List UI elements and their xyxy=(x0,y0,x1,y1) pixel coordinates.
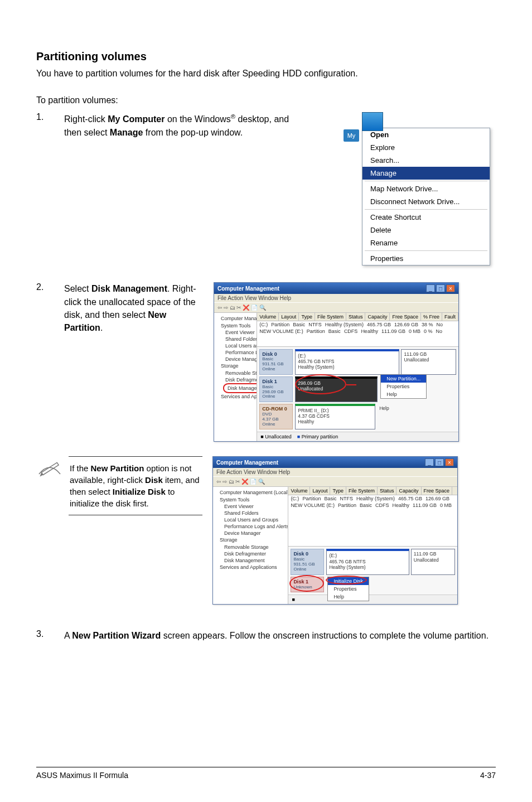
r2-fs: CDFS xyxy=(344,328,361,334)
r1-cap: 465.75 GB xyxy=(367,322,394,327)
d1p1-stat: Unallocated xyxy=(298,386,375,392)
col-status[interactable]: Status xyxy=(346,313,366,321)
ctx-delete[interactable]: Delete xyxy=(362,224,490,236)
win1-min-button[interactable]: _ xyxy=(426,284,435,292)
step1-text: Right-click My Computer on the Windows® … xyxy=(64,112,304,139)
tree-root[interactable]: Computer Management (Local) xyxy=(216,315,254,322)
tree-services[interactable]: Services and Applications xyxy=(216,393,254,400)
w2-tree-services[interactable]: Services and Applications xyxy=(215,564,286,571)
w2-disk0-label[interactable]: Disk 0 Basic 931.51 GB Online xyxy=(291,549,324,574)
note-bold-newpartition: New Partition xyxy=(91,463,144,473)
win2-close-button[interactable]: × xyxy=(445,458,454,466)
win1-row1[interactable]: (C:) Partition Basic NTFS Healthy (Syste… xyxy=(257,321,458,328)
win1-menubar[interactable]: File Action View Window Help xyxy=(214,294,458,302)
col-type[interactable]: Type xyxy=(299,313,315,321)
tree-systools[interactable]: System Tools xyxy=(216,322,254,329)
win2-row2[interactable]: NEW VOLUME (E:) Partition Basic CDFS Hea… xyxy=(288,502,457,509)
disk0-part2[interactable]: 111.09 GB Unallocated xyxy=(401,349,456,375)
w2-tree-perflogs[interactable]: Performance Logs and Alerts xyxy=(215,523,286,530)
w2-tree-defrag[interactable]: Disk Defragmenter xyxy=(215,550,286,557)
win1-close-button[interactable]: × xyxy=(446,284,455,292)
w2r1-cap: 465.75 GB xyxy=(398,496,425,501)
tree-devicemgr[interactable]: Device Manager xyxy=(216,356,254,363)
col-pctfree[interactable]: % Free xyxy=(421,313,442,321)
tree-diskmgmt-selected[interactable]: Disk Management xyxy=(223,383,257,393)
w2-disk0-part2[interactable]: 111.09 GB Unallocated xyxy=(411,549,455,574)
win2-max-button[interactable]: □ xyxy=(435,458,444,466)
r2-layout: Partition xyxy=(307,328,328,334)
cdp-title: PRIME II_ (D:) xyxy=(298,408,373,413)
col-fault[interactable]: Fault xyxy=(442,313,458,321)
ctx-init-properties[interactable]: Properties xyxy=(328,585,369,593)
col-filesystem[interactable]: File System xyxy=(315,313,346,321)
ctx-manage-selected[interactable]: Manage xyxy=(362,167,490,180)
w2-tree-sharedfolders[interactable]: Shared Folders xyxy=(215,510,286,516)
ctx-rename[interactable]: Rename xyxy=(362,236,490,249)
disk1-unallocated[interactable]: 298.09 GB Unallocated xyxy=(295,376,378,402)
ctx-init-help[interactable]: Help xyxy=(328,593,369,601)
win1-max-button[interactable]: □ xyxy=(436,284,445,292)
win2-menubar[interactable]: File Action View Window Help xyxy=(213,468,457,476)
step1-bold-mycomputer: My Computer xyxy=(108,115,165,124)
w2-tree-storage[interactable]: Storage xyxy=(215,537,286,543)
step2-number: 2. xyxy=(36,282,64,292)
tree-storage[interactable]: Storage xyxy=(216,363,254,369)
ctx-disconnect-drive[interactable]: Disconnect Network Drive... xyxy=(362,195,490,208)
win2-row1[interactable]: (C:) Partition Basic NTFS Healthy (Syste… xyxy=(288,495,457,502)
w2r2-vol: NEW VOLUME (E:) xyxy=(291,503,338,508)
col-freespace[interactable]: Free Space xyxy=(390,313,421,321)
w2-col-freespace[interactable]: Free Space xyxy=(422,487,453,495)
context-menu: Open Explore Search... Manage Map Networ… xyxy=(362,128,490,265)
w2-disk0-part1[interactable]: (E:) 465.76 GB NTFS Healthy (System) xyxy=(326,549,409,574)
col-layout[interactable]: Layout xyxy=(279,313,299,321)
step1-a: Right-click xyxy=(64,115,108,124)
w2-col-volume[interactable]: Volume xyxy=(288,487,310,495)
w2-col-type[interactable]: Type xyxy=(330,487,346,495)
ctx-initialize-disk[interactable]: Initialize Disk xyxy=(328,577,369,585)
win1-row2[interactable]: NEW VOLUME (E:) Partition Basic CDFS Hea… xyxy=(257,328,458,335)
w2-tree-removable[interactable]: Removable Storage xyxy=(215,544,286,550)
w2-col-capacity[interactable]: Capacity xyxy=(396,487,421,495)
ctx-search[interactable]: Search... xyxy=(362,154,490,167)
w2-tree-devicemgr[interactable]: Device Manager xyxy=(215,530,286,537)
win2-toolbar[interactable]: ⇦ ⇨ 🗂 ✂ ❌ 📄 🔍 xyxy=(213,476,457,487)
win1-toolbar[interactable]: ⇦ ⇨ 🗂 ✂ ❌ 📄 🔍 xyxy=(214,302,458,313)
win1-controls: _ □ × xyxy=(426,284,455,292)
w2-tree-root[interactable]: Computer Management (Local) xyxy=(215,489,286,496)
step3-bold-wizard: New Partition Wizard xyxy=(72,631,161,640)
w2-col-fs[interactable]: File System xyxy=(346,487,378,495)
ctx-d1-properties[interactable]: Properties xyxy=(381,383,426,390)
w2-tree-systools[interactable]: System Tools xyxy=(215,496,286,503)
ctx-map-drive[interactable]: Map Network Drive... xyxy=(362,182,490,195)
ctx-properties[interactable]: Properties xyxy=(362,252,490,265)
w2-col-status[interactable]: Status xyxy=(378,487,397,495)
w2r1-layout: Partition xyxy=(302,496,324,501)
ctx-d1-help[interactable]: Help xyxy=(381,390,426,398)
w2-disk1-sub1: Unknown xyxy=(293,585,321,590)
tree-perflogs[interactable]: Performance Logs and Alerts xyxy=(216,349,254,356)
disk1-label[interactable]: Disk 1 Basic 298.09 GB Online xyxy=(259,376,293,402)
w2-tree-localusers[interactable]: Local Users and Groups xyxy=(215,516,286,523)
w2-col-layout[interactable]: Layout xyxy=(310,487,330,495)
col-capacity[interactable]: Capacity xyxy=(365,313,390,321)
ctx-explore[interactable]: Explore xyxy=(362,141,490,154)
tree-eventviewer[interactable]: Event Viewer xyxy=(216,329,254,336)
subhead: To partition volumes: xyxy=(36,95,496,105)
w2-tree-eventviewer[interactable]: Event Viewer xyxy=(215,503,286,510)
col-volume[interactable]: Volume xyxy=(257,313,279,321)
win2-min-button[interactable]: _ xyxy=(425,458,434,466)
disk0-part1[interactable]: (E:) 465.76 GB NTFS Healthy (System) xyxy=(295,349,399,375)
r2-fault: No xyxy=(436,328,446,334)
tree-defrag[interactable]: Disk Defragmenter xyxy=(216,376,254,383)
w2-tree-diskmgmt[interactable]: Disk Management xyxy=(215,557,286,564)
ctx-new-partition[interactable]: New Partition... xyxy=(381,375,426,383)
cd-part[interactable]: PRIME II_ (D:) 4.37 GB CDFS Healthy xyxy=(295,404,375,429)
disk0-label[interactable]: Disk 0 Basic 931.51 GB Online xyxy=(259,349,293,375)
tree-sharedfolders[interactable]: Shared Folders xyxy=(216,336,254,342)
tree-removable[interactable]: Removable Storage xyxy=(216,370,254,376)
ctx-create-shortcut[interactable]: Create Shortcut xyxy=(362,211,490,224)
cdrom-label[interactable]: CD-ROM 0 DVD 4.37 GB Online xyxy=(259,404,293,429)
tree-localusers[interactable]: Local Users and Groups xyxy=(216,342,254,349)
w2-disk1-label[interactable]: Disk 1 Unknown xyxy=(291,577,324,593)
step3-b: screen appears. Follow the onscreen inst… xyxy=(161,631,489,640)
